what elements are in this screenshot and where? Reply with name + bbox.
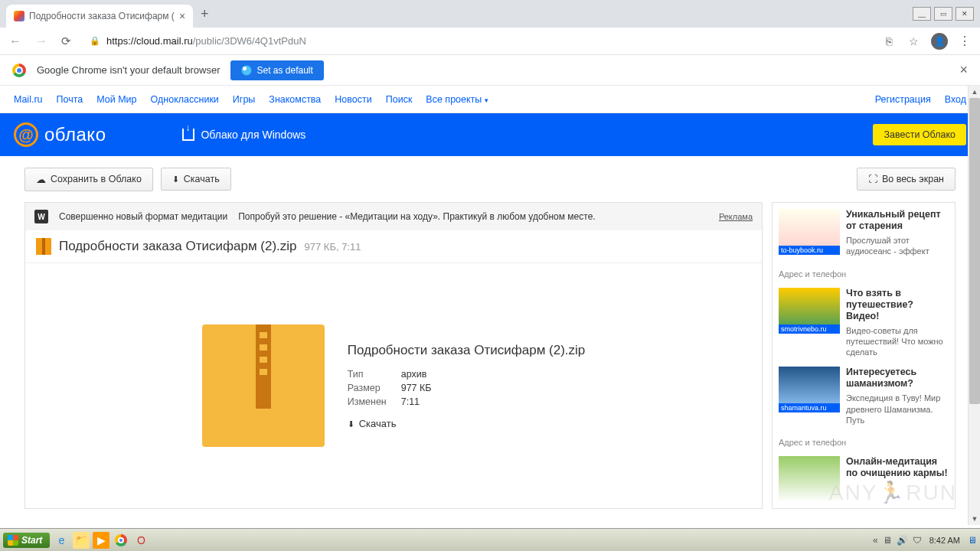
cloud-icon bbox=[36, 174, 46, 185]
ad-text-2: Попробуй это решение - «Медитации на ход… bbox=[238, 211, 595, 222]
scrollbar-thumb[interactable] bbox=[969, 98, 980, 404]
cloud-logo-text: облако bbox=[44, 124, 106, 145]
file-details: Подробности заказа Отисифарм (2).zip Тип… bbox=[348, 343, 586, 429]
ad-title: Онлайн-медитация по очищению кармы! bbox=[846, 456, 949, 479]
windows-taskbar: Start e 📁 ▶ O « 🖥 🔊 🛡 8:42 AM 🖥 bbox=[0, 528, 980, 551]
ad-label: Реклама bbox=[719, 212, 753, 221]
url-host: https://cloud.mail.ru bbox=[106, 35, 193, 47]
address-bar[interactable]: 🔒 https://cloud.mail.ru/public/3DW6/4Q1v… bbox=[82, 32, 874, 50]
nav-novosti[interactable]: Новости bbox=[335, 94, 371, 105]
ad-text-1: Совершенно новый формат медитации bbox=[59, 211, 227, 222]
infobar-close-icon[interactable]: × bbox=[959, 62, 968, 78]
new-tab-button[interactable]: + bbox=[193, 6, 217, 22]
download-button[interactable]: Скачать bbox=[161, 168, 231, 191]
set-default-button[interactable]: Set as default bbox=[230, 60, 323, 80]
size-label: Размер bbox=[348, 383, 386, 393]
close-window-button[interactable]: ✕ bbox=[956, 7, 974, 21]
browser-tab-strip: Подробности заказа Отисифарм ( × + __ ▭ … bbox=[0, 0, 980, 28]
tab-close-icon[interactable]: × bbox=[179, 10, 185, 22]
action-bar: Сохранить в Облако Скачать Во весь экран bbox=[0, 156, 980, 202]
nav-login[interactable]: Вход bbox=[945, 94, 966, 105]
bookmark-icon[interactable]: ☆ bbox=[904, 34, 923, 49]
download-arrow-icon bbox=[172, 174, 179, 184]
get-cloud-button[interactable]: Завести Облако bbox=[873, 124, 966, 145]
page-scrollbar[interactable]: ▲ ▼ bbox=[968, 86, 980, 525]
translate-icon[interactable]: ⎘ bbox=[881, 34, 897, 49]
type-label: Тип bbox=[348, 369, 386, 380]
scroll-up-icon[interactable]: ▲ bbox=[969, 86, 980, 98]
ad-address[interactable]: Адрес и телефон bbox=[779, 438, 949, 447]
mailru-portal-nav: Mail.ru Почта Мой Мир Одноклассники Игры… bbox=[0, 86, 980, 113]
nav-register[interactable]: Регистрация bbox=[875, 94, 931, 105]
ad-image: smotrivnebo.ru bbox=[779, 288, 840, 334]
reload-button[interactable]: ⟳ bbox=[58, 33, 74, 50]
tray-volume-icon[interactable]: 🔊 bbox=[897, 535, 908, 546]
tray-desktop-icon[interactable]: 🖥 bbox=[968, 535, 977, 546]
globe-icon bbox=[241, 65, 252, 76]
start-button[interactable]: Start bbox=[3, 533, 50, 548]
taskbar-chrome-icon[interactable] bbox=[113, 532, 129, 549]
sidebar-ad[interactable]: shamantuva.ru Интересуетесь шаманизмом?Э… bbox=[779, 367, 949, 425]
taskbar-media-icon[interactable]: ▶ bbox=[93, 532, 109, 549]
download-arrow-icon bbox=[348, 418, 354, 429]
file-details-name: Подробности заказа Отисифарм (2).zip bbox=[348, 343, 586, 358]
scroll-down-icon[interactable]: ▼ bbox=[969, 513, 980, 525]
windows-flag-icon bbox=[8, 535, 18, 546]
modified-label: Изменен bbox=[348, 396, 386, 407]
sidebar-ad[interactable]: Онлайн-медитация по очищению кармы! bbox=[779, 456, 949, 502]
minimize-button[interactable]: __ bbox=[913, 7, 931, 21]
sidebar-ad[interactable]: to-buybook.ru Уникальный рецепт от старе… bbox=[779, 209, 949, 257]
save-to-cloud-button[interactable]: Сохранить в Облако bbox=[24, 168, 153, 191]
back-button[interactable]: ← bbox=[6, 33, 24, 50]
nav-znakomstva[interactable]: Знакомства bbox=[269, 94, 321, 105]
file-name: Подробности заказа Отисифарм (2).zip bbox=[59, 239, 297, 254]
ad-strip[interactable]: W Совершенно новый формат медитации Попр… bbox=[25, 203, 762, 230]
browser-menu-button[interactable]: ⋮ bbox=[956, 34, 974, 48]
nav-vse-proekty[interactable]: Все проекты▼ bbox=[426, 94, 489, 105]
window-controls: __ ▭ ✕ bbox=[913, 7, 974, 21]
sidebar-ads: to-buybook.ru Уникальный рецепт от старе… bbox=[772, 202, 956, 509]
cloud-windows-link[interactable]: Облако для Windows bbox=[182, 129, 305, 141]
maximize-button[interactable]: ▭ bbox=[934, 7, 952, 21]
cloud-header: @ облако Облако для Windows Завести Обла… bbox=[0, 113, 980, 156]
type-value: архив bbox=[401, 369, 427, 380]
nav-pochta[interactable]: Почта bbox=[57, 94, 83, 105]
url-path: /public/3DW6/4Q1vtPduN bbox=[193, 35, 306, 47]
ad-image: to-buybook.ru bbox=[779, 209, 840, 255]
cloud-logo[interactable]: @ облако bbox=[14, 122, 106, 147]
ad-title: Интересуетесь шаманизмом? bbox=[846, 367, 949, 390]
taskbar-ie-icon[interactable]: e bbox=[53, 532, 70, 549]
file-preview: Подробности заказа Отисифарм (2).zip Тип… bbox=[25, 263, 762, 478]
system-tray: « 🖥 🔊 🛡 8:42 AM 🖥 bbox=[873, 535, 977, 546]
zip-icon bbox=[36, 238, 51, 255]
forward-button[interactable]: → bbox=[32, 33, 51, 50]
chevron-down-icon: ▼ bbox=[483, 97, 489, 104]
taskbar-explorer-icon[interactable]: 📁 bbox=[73, 532, 90, 549]
profile-avatar-icon[interactable]: 👤 bbox=[931, 33, 948, 50]
taskbar-clock[interactable]: 8:42 AM bbox=[926, 536, 963, 545]
tray-shield-icon[interactable]: 🛡 bbox=[913, 535, 922, 546]
main-column: W Совершенно новый формат медитации Попр… bbox=[24, 202, 763, 509]
file-header: Подробности заказа Отисифарм (2).zip 977… bbox=[25, 230, 762, 263]
nav-mailru[interactable]: Mail.ru bbox=[14, 94, 43, 105]
zip-large-icon bbox=[202, 324, 325, 447]
ad-title: Что взять в путешествие? Видео! bbox=[846, 288, 949, 322]
infobar-message: Google Chrome isn't your default browser bbox=[37, 64, 220, 76]
download-link[interactable]: Скачать bbox=[348, 418, 586, 429]
file-meta: 977 КБ, 7:11 bbox=[305, 241, 361, 253]
tray-expand-icon[interactable]: « bbox=[873, 535, 878, 546]
tray-network-icon[interactable]: 🖥 bbox=[883, 535, 892, 546]
tab-favicon-icon bbox=[14, 11, 24, 21]
nav-poisk[interactable]: Поиск bbox=[386, 94, 413, 105]
ad-address[interactable]: Адрес и телефон bbox=[779, 269, 949, 279]
ad-title: Уникальный рецепт от старения bbox=[846, 209, 949, 232]
size-value: 977 КБ bbox=[401, 383, 432, 393]
nav-moimir[interactable]: Мой Мир bbox=[96, 94, 136, 105]
fullscreen-button[interactable]: Во весь экран bbox=[857, 168, 956, 191]
nav-odnoklassniki[interactable]: Одноклассники bbox=[151, 94, 219, 105]
taskbar-opera-icon[interactable]: O bbox=[132, 532, 149, 549]
chrome-icon bbox=[12, 64, 26, 77]
browser-tab[interactable]: Подробности заказа Отисифарм ( × bbox=[6, 5, 193, 28]
nav-igry[interactable]: Игры bbox=[233, 94, 255, 105]
sidebar-ad[interactable]: smotrivnebo.ru Что взять в путешествие? … bbox=[779, 288, 949, 358]
